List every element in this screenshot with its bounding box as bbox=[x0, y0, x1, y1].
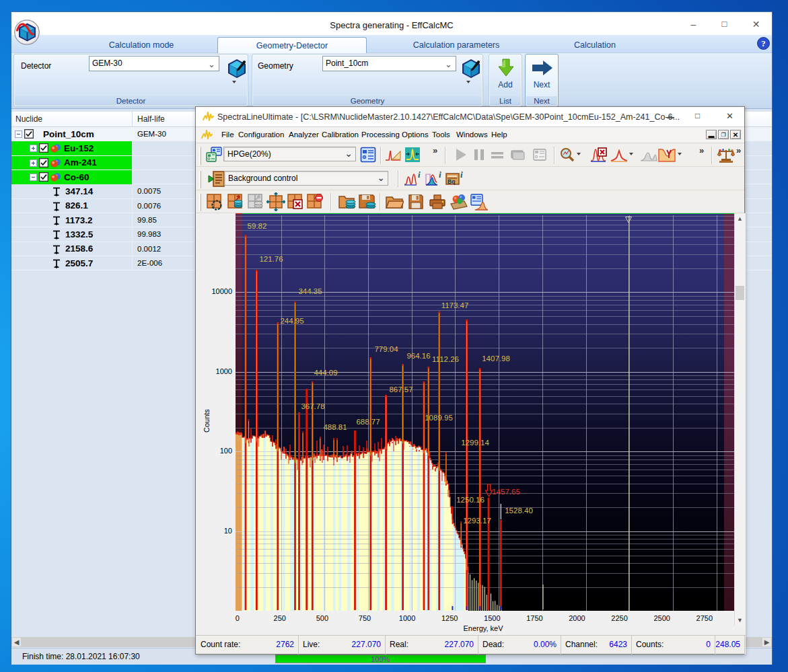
svg-text:1457.65: 1457.65 bbox=[492, 488, 520, 496]
svg-text:i: i bbox=[418, 171, 421, 180]
svg-text:1089.95: 1089.95 bbox=[425, 414, 453, 422]
svg-text:121.76: 121.76 bbox=[259, 255, 283, 263]
svg-text:?: ? bbox=[761, 38, 766, 48]
svg-text:488.81: 488.81 bbox=[323, 423, 347, 431]
svg-text:i: i bbox=[439, 171, 441, 180]
svg-text:i: i bbox=[460, 171, 463, 180]
svg-text:1299.14: 1299.14 bbox=[461, 439, 489, 447]
svg-text:1173.47: 1173.47 bbox=[441, 301, 469, 309]
svg-text:Bq: Bq bbox=[447, 178, 455, 185]
svg-text:1293.17: 1293.17 bbox=[463, 517, 491, 525]
svg-text:1528.40: 1528.40 bbox=[505, 507, 533, 515]
svg-text:964.16: 964.16 bbox=[406, 352, 430, 360]
svg-text:1112.26: 1112.26 bbox=[432, 355, 459, 363]
svg-text:367.78: 367.78 bbox=[301, 402, 324, 410]
svg-text:244.95: 244.95 bbox=[280, 317, 303, 325]
svg-text:688.77: 688.77 bbox=[356, 418, 380, 426]
svg-text:1407.98: 1407.98 bbox=[482, 354, 510, 363]
svg-text:867.57: 867.57 bbox=[389, 385, 413, 394]
svg-text:59.82: 59.82 bbox=[248, 222, 267, 230]
svg-text:444.09: 444.09 bbox=[314, 369, 337, 377]
svg-text:779.04: 779.04 bbox=[374, 345, 398, 353]
svg-text:1250.16: 1250.16 bbox=[456, 496, 485, 504]
svg-text:344.35: 344.35 bbox=[298, 287, 322, 295]
